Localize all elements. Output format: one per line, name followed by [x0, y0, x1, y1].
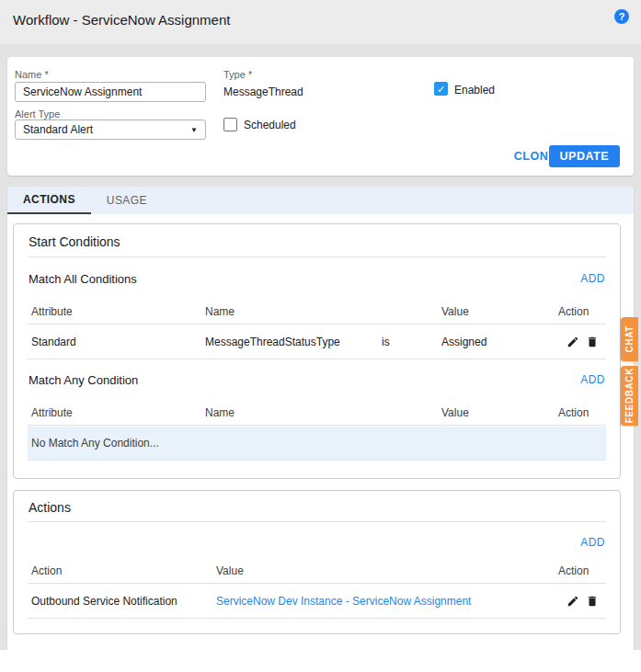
enabled-label: Enabled — [454, 84, 495, 97]
start-conditions-title: Start Conditions — [29, 234, 120, 249]
enabled-checkbox[interactable]: ✓ — [434, 82, 448, 96]
chat-side-tab-label: CHAT — [624, 325, 635, 352]
table-row: Outbound Service Notification ServiceNow… — [28, 584, 606, 619]
empty-state-text: No Match Any Condition... — [31, 437, 159, 450]
actions-panel: Actions ADD Action Value Action Outbound… — [13, 490, 621, 634]
actions-header-value: Value — [216, 564, 244, 577]
page-title: Workflow - ServiceNow Assignment — [13, 12, 230, 28]
action-value-link[interactable]: ServiceNow Dev Instance - ServiceNow Ass… — [216, 595, 471, 608]
checkmark-icon: ✓ — [437, 84, 445, 95]
match-all-header-row: Attribute Name Value Action — [28, 302, 606, 325]
top-bar: Workflow - ServiceNow Assignment ? — [0, 0, 641, 44]
action-type-cell: Outbound Service Notification — [31, 595, 177, 608]
match-all-title: Match All Conditions — [29, 272, 137, 286]
actions-header-action2: Action — [558, 564, 589, 577]
actions-add-button[interactable]: ADD — [580, 536, 605, 549]
delete-trash-icon[interactable] — [586, 336, 599, 348]
match-all-header-action: Action — [558, 305, 589, 318]
start-conditions-panel: Start Conditions Match All Conditions AD… — [13, 223, 621, 479]
tab-usage[interactable]: USAGE — [91, 187, 163, 214]
type-value: MessageThread — [223, 85, 303, 98]
workflow-form-card: Name * Alert Type Standard Alert ▼ Type … — [7, 57, 634, 176]
match-any-header-action: Action — [558, 406, 589, 419]
condition-value: Assigned — [441, 336, 486, 348]
edit-pencil-icon[interactable] — [567, 595, 579, 608]
help-icon[interactable]: ? — [614, 9, 629, 24]
divider — [28, 521, 606, 522]
edit-pencil-icon[interactable] — [567, 336, 579, 348]
actions-title: Actions — [29, 500, 71, 515]
match-any-header-attribute: Attribute — [31, 406, 73, 419]
delete-trash-icon[interactable] — [586, 595, 599, 608]
update-button[interactable]: UPDATE — [549, 145, 620, 167]
match-any-title: Match Any Condition — [29, 373, 138, 387]
chevron-down-icon: ▼ — [190, 126, 198, 134]
row-actions — [567, 595, 599, 608]
feedback-side-tab-label: FEEDBACK — [624, 368, 635, 423]
match-all-add-button[interactable]: ADD — [580, 272, 605, 285]
scheduled-label: Scheduled — [244, 119, 296, 131]
tab-actions[interactable]: ACTIONS — [7, 187, 91, 214]
condition-name: MessageThreadStatusType — [205, 336, 340, 348]
divider — [28, 256, 606, 257]
main-content-card: ACTIONS USAGE Start Conditions Match All… — [7, 187, 634, 650]
chat-side-tab[interactable]: CHAT — [621, 317, 638, 361]
match-all-header-attribute: Attribute — [31, 305, 73, 318]
type-label: Type * — [223, 69, 252, 80]
name-label: Name * — [15, 69, 49, 80]
condition-attribute: Standard — [31, 336, 76, 348]
condition-operator: is — [382, 336, 390, 348]
tab-bar: ACTIONS USAGE — [7, 187, 634, 214]
help-icon-glyph: ? — [619, 11, 625, 22]
match-any-add-button[interactable]: ADD — [580, 373, 605, 386]
match-any-header-name: Name — [205, 406, 235, 419]
actions-header-action: Action — [31, 564, 62, 577]
name-input[interactable] — [15, 82, 206, 102]
match-any-header-row: Attribute Name Value Action — [28, 403, 606, 426]
table-row: Standard MessageThreadStatusType is Assi… — [28, 325, 606, 359]
alert-type-label: Alert Type — [15, 108, 60, 120]
alert-type-value: Standard Alert — [23, 123, 93, 136]
match-any-header-value: Value — [441, 406, 469, 419]
match-all-header-value: Value — [441, 305, 469, 318]
match-all-header-name: Name — [205, 305, 235, 318]
bottom-strip — [0, 650, 641, 672]
actions-header-row: Action Value Action — [28, 561, 606, 584]
scheduled-checkbox[interactable] — [223, 118, 237, 131]
row-actions — [567, 336, 599, 348]
match-any-empty-state: No Match Any Condition... — [28, 427, 606, 461]
alert-type-select[interactable]: Standard Alert ▼ — [15, 120, 206, 140]
feedback-side-tab[interactable]: FEEDBACK — [621, 366, 638, 426]
